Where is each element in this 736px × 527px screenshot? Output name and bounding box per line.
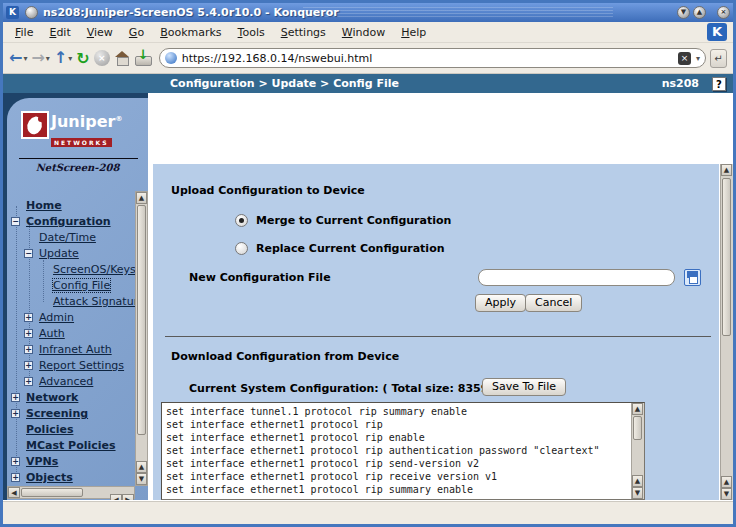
close-button[interactable]: ×	[717, 6, 730, 19]
location-bar[interactable]: × ▾	[159, 48, 706, 68]
sidebar-item-admin[interactable]: +Admin	[7, 310, 135, 326]
up-button[interactable]: ↑ ▾	[54, 48, 72, 68]
scrollbar-thumb[interactable]	[137, 205, 146, 435]
expand-icon[interactable]: +	[11, 473, 20, 482]
print-button[interactable]	[134, 51, 151, 66]
reload-button[interactable]: ↻	[76, 49, 89, 68]
scroll-left-icon[interactable]: ◀	[8, 487, 20, 498]
navigation-toolbar: ← ▾ → ▾ ↑ ▾ ↻ × × ▾ ↵	[3, 43, 733, 74]
content-area: Juniper® NETWORKS NetScreen-208 Home −Co…	[3, 93, 733, 500]
sidebar-item-screening[interactable]: +Screening	[7, 406, 135, 422]
up-chevron-icon[interactable]: ▾	[68, 54, 72, 63]
textarea-scrollbar[interactable]: ▲ ▲ ▼	[631, 403, 644, 499]
sidebar-item-objects[interactable]: +Objects	[7, 470, 135, 486]
menu-edit[interactable]: Edit	[41, 24, 78, 41]
menu-window[interactable]: Window	[334, 24, 393, 41]
app-menu-icon[interactable]: K	[6, 6, 19, 19]
collapse-icon[interactable]: −	[24, 249, 33, 258]
menu-go[interactable]: Go	[121, 24, 152, 41]
sidebar-item-configuration[interactable]: −Configuration	[7, 214, 135, 230]
expand-icon[interactable]: +	[24, 313, 33, 322]
sidebar-item-infranet-auth[interactable]: +Infranet Auth	[7, 342, 135, 358]
expand-icon[interactable]: +	[11, 457, 20, 466]
scroll-down-icon[interactable]: ▼	[136, 473, 147, 485]
expand-icon[interactable]: +	[24, 361, 33, 370]
replace-radio-label: Replace Current Configuration	[256, 242, 445, 255]
sidebar-item-attack-signature[interactable]: Attack Signature	[7, 294, 135, 310]
main-frame: Upload Configuration to Device Merge to …	[148, 93, 733, 500]
sidebar-item-policies[interactable]: Policies	[7, 422, 135, 438]
menu-view[interactable]: View	[79, 24, 121, 41]
menu-bar: File Edit View Go Bookmarks Tools Settin…	[3, 22, 733, 43]
collapse-icon[interactable]: −	[11, 217, 20, 226]
help-button[interactable]: ?	[712, 77, 726, 91]
sidebar-item-advanced[interactable]: +Advanced	[7, 374, 135, 390]
sidebar-horizontal-scrollbar[interactable]: ◀ ◀▶	[7, 486, 135, 499]
maximize-button[interactable]: ▲	[693, 6, 706, 19]
cancel-button[interactable]: Cancel	[525, 294, 582, 312]
new-config-file-input[interactable]	[478, 269, 675, 286]
home-button[interactable]	[114, 51, 130, 65]
url-input[interactable]	[182, 52, 678, 65]
back-button[interactable]: ← ▾	[9, 48, 27, 68]
apply-button[interactable]: Apply	[475, 294, 526, 312]
scroll-up-icon[interactable]: ▲	[721, 476, 732, 488]
scroll-left-icon[interactable]: ◀	[110, 494, 122, 500]
sidebar-item-home[interactable]: Home	[7, 198, 135, 214]
sidebar: Juniper® NETWORKS NetScreen-208 Home −Co…	[3, 93, 148, 500]
expand-icon[interactable]: +	[24, 377, 33, 386]
sidebar-item-auth[interactable]: +Auth	[7, 326, 135, 342]
up-icon: ↑	[54, 48, 67, 68]
config-textarea[interactable]: set interface tunnel.1 protocol rip summ…	[161, 402, 645, 500]
stop-button[interactable]: ×	[94, 50, 110, 66]
scrollbar-thumb[interactable]	[722, 178, 731, 336]
menu-help[interactable]: Help	[393, 24, 434, 41]
forward-chevron-icon[interactable]: ▾	[46, 54, 50, 63]
menu-settings[interactable]: Settings	[273, 24, 334, 41]
location-history-chevron-icon[interactable]: ▾	[696, 54, 700, 63]
go-button[interactable]: ↵	[710, 49, 727, 68]
scrollbar-thumb[interactable]	[21, 488, 83, 497]
scroll-right-icon[interactable]: ▶	[122, 494, 134, 500]
merge-radio[interactable]	[235, 214, 248, 227]
replace-radio[interactable]	[235, 242, 248, 255]
expand-icon[interactable]: +	[11, 393, 20, 402]
main-vertical-scrollbar[interactable]: ▲ ▲ ▼	[720, 164, 733, 500]
expand-icon[interactable]: +	[24, 345, 33, 354]
sidebar-item-network[interactable]: +Network	[7, 390, 135, 406]
navigation-tree: Home −Configuration Date/Time −Update Sc…	[7, 198, 135, 486]
sidebar-item-mcast-policies[interactable]: MCast Policies	[7, 438, 135, 454]
back-chevron-icon[interactable]: ▾	[23, 54, 27, 63]
scroll-up-icon[interactable]: ▲	[632, 475, 643, 487]
save-to-file-button[interactable]: Save To File	[482, 378, 566, 396]
sidebar-item-report-settings[interactable]: +Report Settings	[7, 358, 135, 374]
menu-tools[interactable]: Tools	[230, 24, 273, 41]
scroll-up-icon[interactable]: ▲	[632, 403, 643, 415]
clear-location-icon[interactable]: ×	[678, 52, 691, 65]
scroll-down-icon[interactable]: ▼	[721, 488, 732, 500]
browse-file-icon[interactable]	[684, 269, 701, 286]
sidebar-vertical-scrollbar[interactable]: ▲ ▲ ▼	[135, 191, 148, 486]
expand-icon[interactable]: +	[11, 409, 20, 418]
forward-button[interactable]: → ▾	[31, 48, 49, 68]
sidebar-item-vpns[interactable]: +VPNs	[7, 454, 135, 470]
sidebar-item-update[interactable]: −Update	[7, 246, 135, 262]
scrollbar-thumb[interactable]	[633, 416, 642, 440]
scroll-down-icon[interactable]: ▼	[632, 487, 643, 499]
minimize-button[interactable]: ▼	[677, 6, 690, 19]
sticky-button[interactable]	[25, 6, 38, 19]
sidebar-item-config-file[interactable]: Config File	[7, 278, 135, 294]
merge-option[interactable]: Merge to Current Configuration	[235, 214, 451, 227]
menu-bookmarks[interactable]: Bookmarks	[152, 24, 229, 41]
scroll-up-icon[interactable]: ▲	[136, 461, 147, 473]
device-name: ns208	[662, 77, 699, 90]
scroll-up-icon[interactable]: ▲	[721, 164, 732, 176]
window-title: ns208:Juniper-ScreenOS 5.4.0r10.0 - Konq…	[43, 6, 339, 19]
sidebar-item-screenos-keys[interactable]: ScreenOS/Keys	[7, 262, 135, 278]
kde-logo-icon[interactable]: K	[707, 23, 727, 41]
replace-option[interactable]: Replace Current Configuration	[235, 242, 445, 255]
sidebar-item-date-time[interactable]: Date/Time	[7, 230, 135, 246]
expand-icon[interactable]: +	[24, 329, 33, 338]
menu-file[interactable]: File	[7, 24, 41, 41]
scroll-up-icon[interactable]: ▲	[136, 192, 147, 204]
